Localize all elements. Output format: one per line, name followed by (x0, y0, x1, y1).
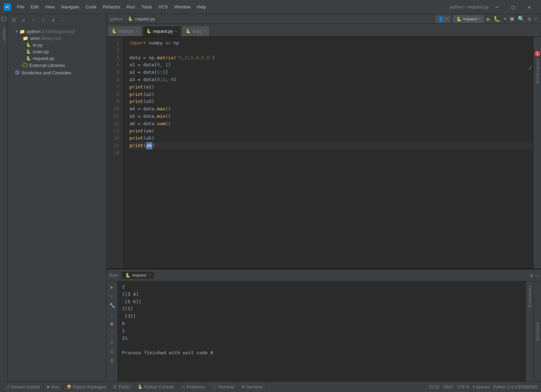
coverage-button[interactable]: ☂ (503, 16, 507, 22)
locate-file-icon[interactable]: ◎ (20, 17, 28, 24)
external-libraries[interactable]: › External Libraries (8, 62, 106, 69)
status-bar: 15:10 CRLF UTF-8 4 spaces Python 3.9.0 B… (428, 385, 540, 390)
tabs-right-actions: ⋮ (534, 31, 541, 36)
code-line-15: print(a6) (129, 142, 533, 149)
menu-bar: FileEditViewNavigateCodeRefactorRunTools… (14, 4, 450, 10)
left-sidebar-strip: python (0, 14, 8, 381)
stop-button[interactable]: ⏹ (509, 16, 515, 22)
encoding[interactable]: UTF-8 (457, 385, 469, 390)
el-py-icon: 🐍 (26, 43, 31, 47)
git-button[interactable]: ⑂ (534, 16, 537, 22)
tab-python-packages[interactable]: 📦 Python Packages (63, 382, 110, 392)
menu-item-refactor[interactable]: Refactor (100, 4, 123, 10)
menu-item-file[interactable]: File (14, 4, 27, 10)
code-editor[interactable]: 1 2 3 4 5 6 7 8 9 10 11 12 13 14 (107, 37, 533, 269)
settings-button[interactable]: ⚙ (528, 16, 531, 22)
project-tree: ▼ 📁 python E:\Workspace\pyt › 📁 venv lib… (8, 27, 106, 381)
breadcrumb-project: python (110, 17, 123, 22)
cursor-position[interactable]: 15:10 (428, 385, 439, 390)
venv-folder[interactable]: › 📁 venv library root (8, 35, 106, 42)
notifications-badge: 1 (535, 51, 540, 56)
file-request-py[interactable]: 🐍 request.py (8, 55, 106, 62)
run-wrench-icon[interactable]: 🔧 (109, 302, 116, 309)
menu-item-window[interactable]: Window (171, 4, 193, 10)
run-settings-icon[interactable]: ⚙ (530, 272, 533, 278)
run-output-line-10: Process finished with exit code 0 (122, 349, 521, 357)
expand-all-icon[interactable]: ⬇ (39, 17, 47, 24)
project-menu-icon[interactable]: ☰ (10, 17, 18, 24)
menu-item-code[interactable]: Code (83, 4, 99, 10)
tab-main-py[interactable]: 🐍 main.py ✕ (108, 26, 142, 36)
file-el-py[interactable]: 🐍 el.py (8, 42, 106, 48)
tab-todo[interactable]: ☰ TODO (110, 382, 134, 392)
services-icon: ⚙ (242, 385, 245, 389)
project-settings-icon[interactable]: ⚙ (49, 17, 57, 24)
minimize-button[interactable]: ─ (489, 0, 505, 14)
structure-label: Structure (535, 322, 540, 341)
el-py-tab-close[interactable]: ✕ (203, 29, 206, 33)
menu-item-navigate[interactable]: Navigate (58, 4, 82, 10)
project-icon[interactable] (1, 16, 7, 22)
menu-item-view[interactable]: View (42, 4, 57, 10)
close-button[interactable]: ✕ (521, 0, 537, 14)
search-button[interactable]: 🔍 (518, 16, 525, 22)
tab-python-console[interactable]: 🐍 Python Console (134, 382, 178, 392)
menu-item-tools[interactable]: Tools (139, 4, 155, 10)
main-py-tab-label: main.py (118, 29, 133, 34)
menu-item-help[interactable]: Help (194, 4, 209, 10)
file-main-py[interactable]: 🐍 main.py (8, 48, 106, 55)
project-close-icon[interactable]: — (59, 17, 67, 24)
python-console-label: Python Console (144, 385, 174, 390)
collapse-all-icon[interactable]: ⬆ (30, 17, 37, 24)
run-play-icon[interactable]: ▶ (109, 283, 116, 290)
run-config-selector[interactable]: 🐍 request ▾ (453, 16, 484, 23)
run-tab-request[interactable]: 🐍 request ✕ (122, 272, 154, 279)
debug-button[interactable]: 🐛 (493, 16, 500, 22)
run-scroll-end-icon[interactable]: ⤵ (109, 329, 116, 336)
main-py-tab-close[interactable]: ✕ (135, 29, 138, 33)
run-stop-icon[interactable]: ⏹ (109, 320, 116, 327)
root-label: python (27, 29, 41, 34)
tab-terminal[interactable]: ⬛ Terminal (208, 382, 238, 392)
maximize-button[interactable]: □ (505, 0, 521, 14)
run-collapse-icon[interactable]: — (535, 272, 538, 278)
project-root[interactable]: ▼ 📁 python E:\Workspace\pyt (8, 28, 106, 35)
indent[interactable]: 4 spaces (473, 385, 490, 390)
run-print-icon[interactable]: 🖨 (109, 348, 116, 355)
tab-el-py[interactable]: 🐍 el.py ✕ (182, 26, 210, 36)
run-tab-name: request (132, 273, 146, 278)
tab-request-py[interactable]: 🐍 request.py ✕ (142, 26, 181, 36)
tab-version-control[interactable]: ⎇ Version Control (1, 382, 44, 392)
run-delete-icon[interactable]: 🗑 (109, 357, 116, 364)
root-path: E:\Workspace\pyt (42, 29, 75, 34)
code-content[interactable]: import numpy as np data = np.matrix('1,2… (122, 37, 533, 269)
menu-item-vcs[interactable]: VCS (156, 4, 171, 10)
code-line-7: print(a1) (129, 84, 533, 91)
breadcrumb: python › 🐍 request.py 👤 ▾ 🐍 request ▾ ▶ (107, 14, 541, 24)
code-line-10: a4 = data.max() (129, 105, 533, 113)
run-down-icon[interactable]: ↓ (109, 311, 116, 318)
line-num-14: 14 (107, 135, 119, 142)
venv-label: venv (30, 36, 39, 41)
line-num-4: 4 (107, 61, 119, 69)
request-py-tab-close[interactable]: ✕ (175, 29, 177, 33)
menu-item-run[interactable]: Run (124, 4, 138, 10)
editor-tabs: 🐍 main.py ✕ 🐍 request.py ✕ 🐍 el.py ✕ ⋮ (107, 24, 541, 37)
run-up-icon[interactable]: ↑ (109, 293, 116, 300)
line-ending[interactable]: CRLF (443, 385, 454, 390)
menu-item-edit[interactable]: Edit (28, 4, 41, 10)
run-output-line-6: 6 (122, 320, 521, 327)
scratches-consoles[interactable]: Scratches and Consoles (8, 69, 106, 76)
python-version[interactable]: Python 3.9.0 B7880382 (493, 385, 537, 390)
user-icon-button[interactable]: 👤 ▾ (435, 16, 450, 23)
tab-problems[interactable]: ⚠ Problems (178, 382, 208, 392)
tab-run[interactable]: ▶ Run (44, 382, 63, 392)
line-num-7: 7 (107, 84, 119, 91)
run-button[interactable]: ▶ (487, 15, 491, 23)
main-py-tab-icon: 🐍 (112, 29, 117, 33)
tabs-more-icon[interactable]: ⋮ (534, 31, 539, 36)
run-tab-close[interactable]: ✕ (148, 273, 151, 277)
code-line-1: import numpy as np (129, 39, 533, 47)
tab-services[interactable]: ⚙ Services (238, 382, 267, 392)
run-sort-icon[interactable]: ≡ (109, 338, 116, 345)
